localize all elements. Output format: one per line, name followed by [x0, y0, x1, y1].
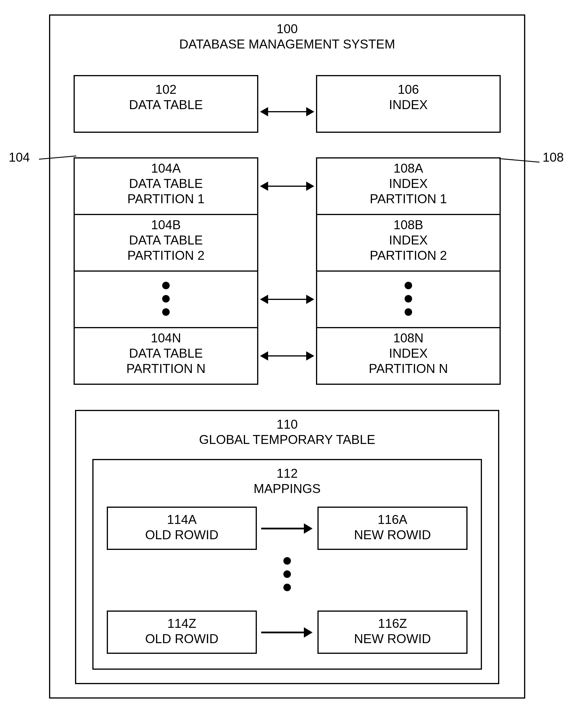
dtpn-l2: PARTITION N: [126, 361, 206, 375]
ip1-l1: INDEX: [389, 176, 428, 191]
new2-ref: 116Z: [378, 616, 407, 631]
dtp2-ref: 104B: [151, 218, 181, 232]
ip2-l1: INDEX: [389, 233, 428, 247]
dtpn-ref: 104N: [151, 331, 181, 345]
index-ref: 106: [398, 82, 419, 96]
old-rowid-z: 114Z OLD ROWID: [107, 610, 257, 654]
data-table-title: DATA TABLE: [129, 97, 203, 112]
arrow-map-z: [261, 632, 304, 633]
map-ref: 112: [277, 466, 297, 480]
index-partition-2: 108B INDEX PARTITION 2: [316, 214, 501, 272]
ipn-l2: PARTITION N: [369, 361, 448, 375]
old1-title: OLD ROWID: [145, 528, 218, 542]
ip1-l2: PARTITION 1: [370, 192, 447, 206]
gtt-title: GLOBAL TEMPORARY TABLE: [199, 433, 375, 447]
data-table-ref: 102: [155, 82, 176, 96]
new-rowid-z: 116Z NEW ROWID: [318, 610, 467, 654]
new1-ref: 116A: [378, 512, 408, 527]
arrow-part-ellipsis: [267, 299, 308, 300]
ipn-l1: INDEX: [389, 346, 428, 360]
ip1-ref: 108A: [394, 161, 423, 175]
old-rowid-a: 114A OLD ROWID: [107, 507, 257, 550]
ipn-ref: 108N: [393, 331, 423, 345]
index-partition-ellipsis: [316, 271, 501, 328]
ellipsis-dots-mappings: [283, 557, 291, 591]
index-partition-1: 108A INDEX PARTITION 1: [316, 157, 501, 215]
ref-108: 108: [542, 150, 564, 165]
dtp2-l2: PARTITION 2: [127, 248, 204, 262]
ip2-l2: PARTITION 2: [370, 248, 447, 262]
ellipsis-dots-left: [162, 282, 170, 316]
ip2-ref: 108B: [394, 218, 423, 232]
dbms-ref: 100: [277, 22, 297, 36]
arrow-part-n: [267, 355, 308, 357]
ref-104: 104: [9, 150, 30, 165]
old1-ref: 114A: [167, 512, 197, 527]
data-partition-1: 104A DATA TABLE PARTITION 1: [74, 157, 258, 215]
old2-ref: 114Z: [167, 616, 196, 631]
dtp1-ref: 104A: [151, 161, 181, 175]
old2-title: OLD ROWID: [145, 632, 218, 646]
dtp1-l2: PARTITION 1: [127, 192, 204, 206]
dtp2-l1: DATA TABLE: [129, 233, 203, 247]
dtpn-l1: DATA TABLE: [129, 346, 203, 360]
ellipsis-dots-right: [405, 282, 412, 316]
new1-title: NEW ROWID: [354, 528, 431, 542]
new-rowid-a: 116A NEW ROWID: [318, 507, 467, 550]
arrow-map-a: [261, 528, 304, 529]
index-title: INDEX: [389, 97, 428, 112]
dbms-title: DATABASE MANAGEMENT SYSTEM: [179, 37, 395, 51]
map-title: MAPPINGS: [254, 482, 321, 496]
arrow-part-1: [267, 186, 308, 187]
data-partition-n: 104N DATA TABLE PARTITION N: [74, 327, 258, 385]
index-box: 106 INDEX: [316, 75, 501, 133]
index-partition-n: 108N INDEX PARTITION N: [316, 327, 501, 385]
data-table-box: 102 DATA TABLE: [74, 75, 258, 133]
new2-title: NEW ROWID: [354, 632, 431, 646]
data-partition-ellipsis: [74, 271, 258, 328]
data-partition-2: 104B DATA TABLE PARTITION 2: [74, 214, 258, 272]
dtp1-l1: DATA TABLE: [129, 176, 203, 191]
gtt-ref: 110: [277, 417, 297, 431]
arrow-table-index: [267, 111, 308, 112]
diagram-canvas: 100 DATABASE MANAGEMENT SYSTEM 102 DATA …: [0, 0, 574, 728]
